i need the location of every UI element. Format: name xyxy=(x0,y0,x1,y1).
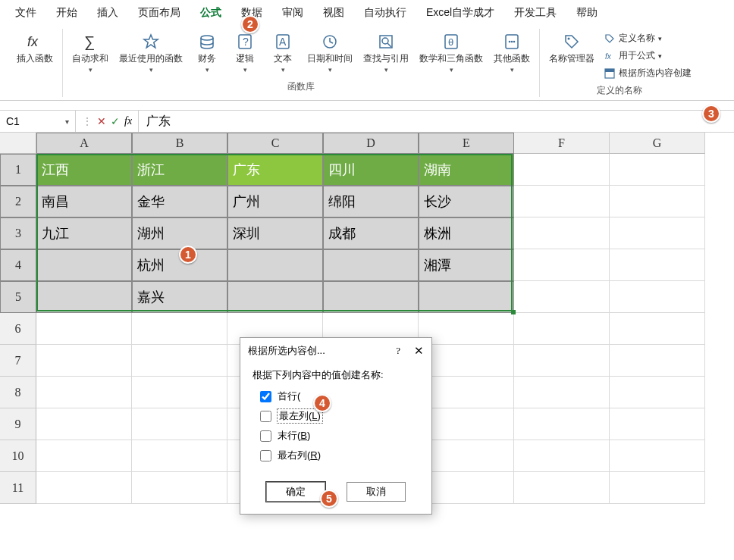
cell-E10[interactable] xyxy=(419,440,514,472)
cell-F6[interactable] xyxy=(514,313,610,345)
cell-F7[interactable] xyxy=(514,345,610,377)
menu-layout[interactable]: 页面布局 xyxy=(135,5,184,21)
cell-B3[interactable]: 湖州 xyxy=(132,217,227,249)
cell-G3[interactable] xyxy=(610,217,705,249)
col-header-F[interactable]: F xyxy=(514,133,610,154)
formula-input[interactable]: 广东 xyxy=(139,114,734,130)
formula-expand-icon[interactable]: ⋮ xyxy=(82,115,93,127)
cell-G10[interactable] xyxy=(610,440,705,472)
fill-handle[interactable] xyxy=(511,310,516,314)
cell-C5[interactable] xyxy=(227,281,323,313)
define-name-button[interactable]: 定义名称 ▾ xyxy=(601,30,695,46)
menu-review[interactable]: 审阅 xyxy=(279,5,306,21)
row-header-9[interactable]: 9 xyxy=(0,408,36,440)
row-header-11[interactable]: 11 xyxy=(0,472,36,504)
row-header-6[interactable]: 6 xyxy=(0,313,36,345)
opt-top-row[interactable]: 首行( xyxy=(260,389,419,403)
use-in-formula-button[interactable]: fx 用于公式 ▾ xyxy=(601,48,695,64)
cell-B2[interactable]: 金华 xyxy=(132,186,227,217)
cell-D5[interactable] xyxy=(323,281,419,313)
cell-G8[interactable] xyxy=(610,377,705,408)
cell-G11[interactable] xyxy=(610,472,705,504)
menu-file[interactable]: 文件 xyxy=(12,5,39,21)
menu-view[interactable]: 视图 xyxy=(320,5,347,21)
menu-help[interactable]: 帮助 xyxy=(573,5,601,21)
cell-B11[interactable] xyxy=(132,472,227,504)
select-all-corner[interactable] xyxy=(0,133,36,154)
cell-C3[interactable]: 深圳 xyxy=(227,217,323,249)
dialog-help-button[interactable]: ? xyxy=(396,345,400,357)
col-header-A[interactable]: A xyxy=(36,133,132,154)
cell-G4[interactable] xyxy=(610,249,705,281)
cell-E3[interactable]: 株洲 xyxy=(419,217,514,249)
cell-G5[interactable] xyxy=(610,281,705,313)
col-header-G[interactable]: G xyxy=(610,133,705,154)
opt-right-col[interactable]: 最右列(R) xyxy=(260,449,419,462)
col-header-E[interactable]: E xyxy=(419,133,514,154)
insert-function-button[interactable]: fx 插入函数 xyxy=(12,29,58,68)
col-header-D[interactable]: D xyxy=(323,133,419,154)
row-header-2[interactable]: 2 xyxy=(0,186,36,217)
ok-button[interactable]: 确定 xyxy=(266,482,325,502)
cell-A11[interactable] xyxy=(36,472,132,504)
financial-button[interactable]: 财务 ▾ xyxy=(189,29,225,77)
cell-G9[interactable] xyxy=(610,408,705,440)
opt-bottom-checkbox[interactable] xyxy=(260,430,271,442)
cell-E11[interactable] xyxy=(419,472,514,504)
cell-A6[interactable] xyxy=(36,313,132,345)
cell-F10[interactable] xyxy=(514,440,610,472)
col-header-B[interactable]: B xyxy=(132,133,227,154)
col-header-C[interactable]: C xyxy=(227,133,323,154)
dialog-close-button[interactable]: ✕ xyxy=(414,344,424,358)
autosum-button[interactable]: ∑ 自动求和 ▾ xyxy=(67,29,113,77)
cell-A8[interactable] xyxy=(36,377,132,408)
cell-E4[interactable]: 湘潭 xyxy=(419,249,514,281)
row-header-4[interactable]: 4 xyxy=(0,249,36,281)
cell-A4[interactable] xyxy=(36,249,132,281)
cell-B5[interactable]: 嘉兴 xyxy=(132,281,227,313)
cell-A10[interactable] xyxy=(36,440,132,472)
row-header-5[interactable]: 5 xyxy=(0,281,36,313)
lookup-button[interactable]: 查找与引用 ▾ xyxy=(359,29,413,77)
cell-F8[interactable] xyxy=(514,377,610,408)
cell-F5[interactable] xyxy=(514,281,610,313)
cancel-icon[interactable]: ✕ xyxy=(97,115,106,127)
opt-left-col[interactable]: 最左列(L) xyxy=(260,409,419,423)
datetime-button[interactable]: 日期和时间 ▾ xyxy=(303,29,357,77)
cell-F11[interactable] xyxy=(514,472,610,504)
cell-A3[interactable]: 九江 xyxy=(36,217,132,249)
row-header-3[interactable]: 3 xyxy=(0,217,36,249)
cell-A2[interactable]: 南昌 xyxy=(36,186,132,217)
opt-bottom-row[interactable]: 末行(B) xyxy=(260,429,419,443)
menu-home[interactable]: 开始 xyxy=(53,5,80,21)
cell-F2[interactable] xyxy=(514,186,610,217)
menu-devtools[interactable]: 开发工具 xyxy=(511,5,560,21)
row-header-10[interactable]: 10 xyxy=(0,440,36,472)
cell-D4[interactable] xyxy=(323,249,419,281)
text-fn-button[interactable]: A 文本 ▾ xyxy=(265,29,301,77)
cell-E7[interactable] xyxy=(419,345,514,377)
cell-F3[interactable] xyxy=(514,217,610,249)
cell-D2[interactable]: 绵阳 xyxy=(323,186,419,217)
opt-right-checkbox[interactable] xyxy=(260,450,271,461)
name-manager-button[interactable]: 名称管理器 xyxy=(544,29,599,68)
fx-icon[interactable]: fx xyxy=(124,115,132,127)
cell-B10[interactable] xyxy=(132,440,227,472)
cell-C2[interactable]: 广州 xyxy=(227,186,323,217)
cell-E2[interactable]: 长沙 xyxy=(419,186,514,217)
cell-E9[interactable] xyxy=(419,408,514,440)
cell-E1[interactable]: 湖南 xyxy=(419,154,514,186)
cell-A5[interactable] xyxy=(36,281,132,313)
cell-G7[interactable] xyxy=(610,345,705,377)
cell-F1[interactable] xyxy=(514,154,610,186)
cell-D1[interactable]: 四川 xyxy=(323,154,419,186)
logical-button[interactable]: ? 逻辑 ▾ xyxy=(227,29,263,77)
cell-D3[interactable]: 成都 xyxy=(323,217,419,249)
row-header-1[interactable]: 1 xyxy=(0,154,36,186)
cell-B1[interactable]: 浙江 xyxy=(132,154,227,186)
cell-F4[interactable] xyxy=(514,249,610,281)
cell-B6[interactable] xyxy=(132,313,227,345)
row-header-7[interactable]: 7 xyxy=(0,345,36,377)
cell-E5[interactable] xyxy=(419,281,514,313)
cell-A7[interactable] xyxy=(36,345,132,377)
